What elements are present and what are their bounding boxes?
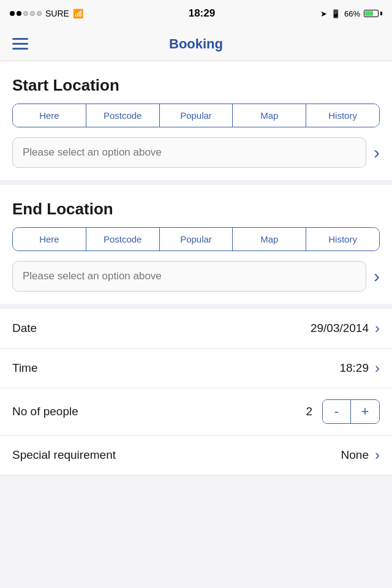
signal-dot-4: [30, 11, 35, 16]
time-row: Time 18:29 ›: [0, 349, 392, 388]
end-location-title: End Location: [12, 200, 380, 219]
status-left: SURE 📶: [10, 9, 83, 18]
end-location-input-row: ›: [12, 261, 380, 292]
hamburger-line-2: [12, 43, 28, 45]
people-label: No of people: [12, 405, 306, 418]
end-tab-postcode[interactable]: Postcode: [86, 228, 160, 251]
special-req-label: Special requirement: [12, 448, 341, 462]
wifi-icon: 📶: [73, 9, 83, 18]
time-arrow[interactable]: ›: [375, 360, 380, 377]
start-tab-postcode[interactable]: Postcode: [86, 104, 160, 127]
status-time: 18:29: [189, 7, 215, 20]
start-tab-popular[interactable]: Popular: [160, 104, 233, 127]
end-tab-popular[interactable]: Popular: [160, 228, 233, 251]
date-row: Date 29/03/2014 ›: [0, 309, 392, 349]
signal-dot-5: [37, 11, 42, 16]
battery-percent: 66%: [344, 9, 360, 18]
status-right: ➤ 📱 66%: [320, 9, 382, 18]
bluetooth-icon: 📱: [331, 9, 341, 18]
date-value: 29/03/2014: [311, 322, 369, 335]
start-location-section: Start Location Here Postcode Popular Map…: [0, 61, 392, 185]
hamburger-button[interactable]: [12, 38, 28, 50]
battery-fill: [365, 11, 373, 16]
end-location-section: End Location Here Postcode Popular Map H…: [0, 185, 392, 309]
hamburger-line-3: [12, 48, 28, 50]
start-location-tabs: Here Postcode Popular Map History: [12, 104, 380, 127]
nav-bar: Booking: [0, 27, 392, 61]
signal-dot-2: [17, 11, 21, 16]
carrier-label: SURE: [45, 9, 69, 18]
start-location-title: Start Location: [12, 76, 380, 95]
end-location-arrow[interactable]: ›: [374, 267, 380, 285]
page-title: Booking: [169, 36, 223, 52]
battery-body: [364, 10, 379, 17]
start-location-input[interactable]: [12, 137, 366, 168]
signal-dot-1: [10, 11, 15, 16]
content: Start Location Here Postcode Popular Map…: [0, 61, 392, 475]
end-tab-history[interactable]: History: [306, 228, 379, 251]
signal-dot-3: [23, 11, 28, 16]
battery-tip: [380, 12, 382, 15]
start-location-input-row: ›: [12, 137, 380, 168]
time-label: Time: [12, 361, 339, 375]
start-tab-here[interactable]: Here: [13, 104, 86, 127]
date-label: Date: [12, 322, 311, 335]
end-location-tabs: Here Postcode Popular Map History: [12, 227, 380, 251]
stepper-minus-button[interactable]: -: [323, 400, 351, 423]
start-tab-map[interactable]: Map: [233, 104, 306, 127]
special-req-row: Special requirement None ›: [0, 435, 392, 475]
special-req-value: None: [341, 448, 369, 462]
location-icon: ➤: [320, 9, 327, 18]
hamburger-line-1: [12, 38, 28, 40]
end-location-input[interactable]: [12, 261, 366, 292]
date-arrow[interactable]: ›: [375, 320, 380, 337]
special-req-arrow[interactable]: ›: [375, 447, 380, 464]
people-value: 2: [306, 405, 312, 418]
people-stepper: - +: [322, 399, 380, 424]
details-section: Date 29/03/2014 › Time 18:29 › No of peo…: [0, 309, 392, 475]
end-tab-map[interactable]: Map: [233, 228, 306, 251]
status-bar: SURE 📶 18:29 ➤ 📱 66%: [0, 0, 392, 27]
start-location-arrow[interactable]: ›: [374, 143, 380, 162]
time-value: 18:29: [339, 361, 369, 375]
stepper-plus-button[interactable]: +: [351, 400, 379, 423]
end-tab-here[interactable]: Here: [13, 228, 86, 251]
people-row: No of people 2 - +: [0, 388, 392, 435]
signal-icon: [10, 11, 42, 16]
battery-icon: [364, 10, 382, 17]
start-tab-history[interactable]: History: [306, 104, 379, 127]
